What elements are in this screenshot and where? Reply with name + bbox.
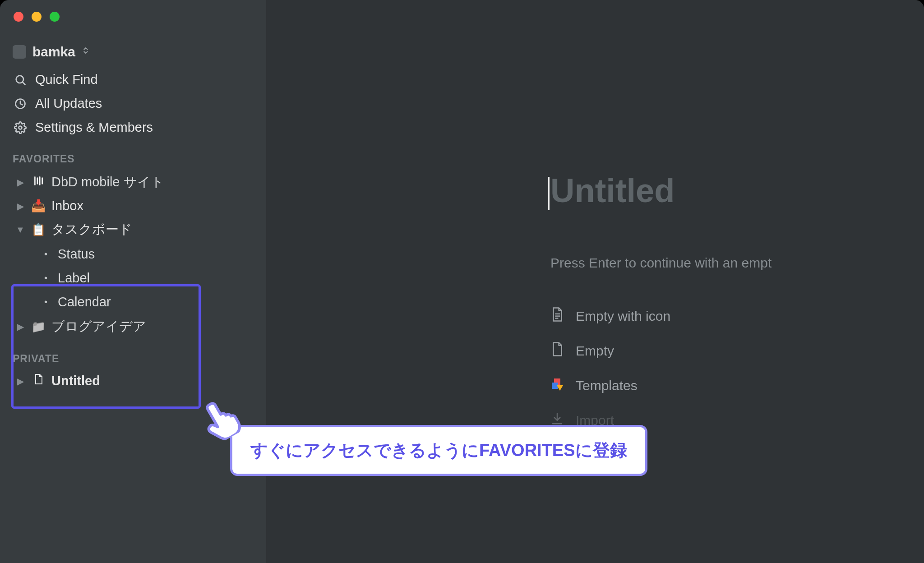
window-traffic-lights[interactable] — [14, 12, 60, 22]
template-label: Empty — [576, 343, 614, 359]
sidebar-item-label: Label — [58, 271, 90, 286]
sidebar-item-dbd-mobile[interactable]: ▶ DbD mobile サイト — [0, 170, 266, 195]
sidebar-item-blog-idea[interactable]: ▶ 📁 ブログアイデア — [0, 314, 266, 339]
template-empty[interactable]: Empty — [550, 341, 670, 360]
sidebar-item-taskboard[interactable]: ▼ 📋 タスクボード — [0, 217, 266, 242]
sidebar-section-favorites: FAVORITES — [0, 139, 266, 170]
quick-find-button[interactable]: Quick Find — [0, 68, 266, 92]
caret-right-icon[interactable]: ▶ — [15, 376, 25, 387]
text-cursor — [548, 177, 550, 210]
sidebar-subitem-calendar[interactable]: • Calendar — [0, 290, 266, 314]
page-icon — [31, 373, 46, 389]
sidebar-subitem-label[interactable]: • Label — [0, 266, 266, 290]
sidebar-item-inbox[interactable]: ▶ 📥 Inbox — [0, 195, 266, 217]
workspace-name: bamka — [32, 44, 75, 60]
inbox-tray-icon: 📥 — [31, 199, 46, 213]
annotation-callout: すぐにアクセスできるようにFAVORITESに登録 — [230, 425, 647, 476]
caret-down-icon[interactable]: ▼ — [15, 225, 25, 235]
folder-icon: 📁 — [31, 320, 46, 334]
page-title[interactable]: Untitled — [550, 171, 675, 210]
sidebar-item-label: DbD mobile サイト — [51, 173, 254, 191]
clock-icon — [13, 97, 28, 110]
settings-members-button[interactable]: Settings & Members — [0, 115, 266, 139]
page-lines-icon — [550, 307, 564, 325]
template-templates[interactable]: Templates — [550, 376, 670, 395]
template-label: Templates — [576, 378, 638, 393]
caret-right-icon[interactable]: ▶ — [15, 201, 25, 212]
close-window-button[interactable] — [14, 12, 23, 22]
sidebar-subitem-status[interactable]: • Status — [0, 242, 266, 266]
caret-right-icon[interactable]: ▶ — [15, 177, 25, 188]
page-content — [266, 0, 924, 563]
svg-point-3 — [19, 126, 22, 129]
template-list: Empty with icon Empty Templates Import — [550, 307, 670, 429]
workspace-switcher[interactable]: bamka — [0, 36, 266, 68]
nav-label: Quick Find — [35, 72, 98, 87]
nav-label: All Updates — [35, 96, 102, 111]
page-hint: Press Enter to continue with an empt — [550, 255, 772, 271]
sidebar-item-label: タスクボード — [51, 221, 254, 239]
caret-right-icon[interactable]: ▶ — [15, 321, 25, 332]
sidebar-section-private: PRIVATE — [0, 339, 266, 369]
annotation-text: すぐにアクセスできるようにFAVORITESに登録 — [250, 441, 627, 460]
gear-icon — [13, 121, 28, 134]
all-updates-button[interactable]: All Updates — [0, 92, 266, 115]
sidebar-item-untitled[interactable]: ▶ Untitled — [0, 369, 266, 392]
nav-label: Settings & Members — [35, 120, 153, 135]
svg-line-1 — [23, 82, 25, 84]
templates-icon — [550, 376, 564, 395]
minimize-window-button[interactable] — [32, 12, 42, 22]
workspace-avatar — [13, 45, 26, 59]
sidebar-item-label: Inbox — [51, 198, 254, 213]
search-icon — [13, 74, 28, 86]
sidebar: bamka Quick Find All Updates — [0, 0, 266, 563]
sidebar-item-label: ブログアイデア — [51, 318, 254, 336]
template-label: Empty with icon — [576, 309, 670, 324]
fullscreen-window-button[interactable] — [50, 12, 60, 22]
sidebar-item-label: Calendar — [58, 295, 111, 309]
bullet-icon: • — [44, 273, 51, 283]
dbd-icon — [31, 175, 46, 190]
sidebar-item-label: Untitled — [51, 374, 254, 388]
bullet-icon: • — [44, 249, 51, 259]
chevron-up-down-icon — [82, 46, 90, 58]
clipboard-icon: 📋 — [31, 223, 46, 237]
sidebar-item-label: Status — [58, 247, 95, 262]
template-empty-with-icon[interactable]: Empty with icon — [550, 307, 670, 325]
page-icon — [550, 341, 564, 360]
bullet-icon: • — [44, 297, 51, 307]
